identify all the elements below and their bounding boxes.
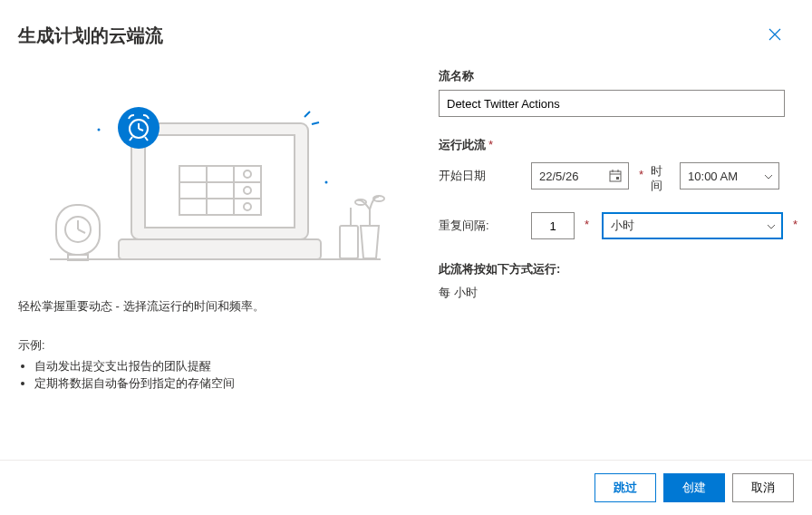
chevron-down-icon [767,220,776,231]
example-item: 定期将数据自动备份到指定的存储空间 [34,374,399,393]
svg-rect-5 [68,255,88,260]
runs-as-label: 此流将按如下方式运行: [439,261,560,277]
repeat-label: 重复间隔: [439,212,524,234]
dialog-title: 生成计划的云端流 [18,24,163,48]
run-flow-label: 运行此流 [439,137,486,153]
svg-rect-8 [119,239,321,259]
cancel-button[interactable]: 取消 [732,473,794,502]
examples-heading: 示例: [18,337,399,354]
skip-button[interactable]: 跳过 [594,473,656,502]
svg-line-4 [78,229,85,233]
svg-rect-31 [610,171,621,181]
svg-point-12 [325,181,328,184]
svg-rect-21 [340,226,358,258]
flow-name-label: 流名称 [439,68,474,84]
close-icon[interactable] [765,24,785,47]
chevron-down-icon [764,170,773,181]
time-select[interactable]: 10:00 AM [680,162,779,189]
description-text: 轻松掌握重要动态 - 选择流运行的时间和频率。 [18,297,399,316]
illustration [18,64,399,277]
examples-list: 自动发出提交支出报告的团队提醒 定期将数据自动备份到指定的存储空间 [34,357,399,393]
start-date-value: 22/5/26 [532,170,603,183]
svg-line-10 [312,122,319,124]
svg-rect-35 [616,177,619,180]
repeat-unit-value: 小时 [611,218,634,234]
start-date-label: 开始日期 [439,162,524,184]
svg-point-11 [98,129,101,131]
start-date-input[interactable]: 22/5/26 [531,162,629,189]
repeat-interval-input[interactable] [531,212,575,239]
time-label: 时间 [651,162,672,192]
create-button[interactable]: 创建 [663,473,725,502]
svg-line-9 [304,112,310,117]
repeat-unit-select[interactable]: 小时 [602,212,783,239]
runs-as-text: 每 小时 [439,285,798,301]
example-item: 自动发出提交支出报告的团队提醒 [34,357,399,375]
time-value: 10:00 AM [688,170,738,183]
flow-name-input[interactable] [439,90,785,117]
calendar-icon[interactable] [603,163,628,189]
